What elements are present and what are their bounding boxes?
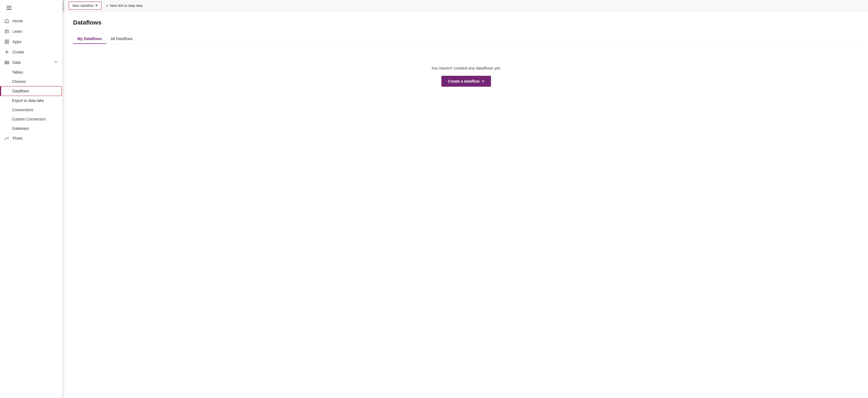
new-link-button[interactable]: + New link to data lake bbox=[102, 2, 146, 9]
sidebar-item-apps[interactable]: Apps bbox=[0, 36, 62, 47]
svg-rect-4 bbox=[5, 40, 6, 41]
create-label: Create bbox=[12, 50, 24, 54]
sidebar-sub-item-dataflows[interactable]: Dataflows bbox=[0, 86, 62, 96]
empty-state-text: You haven't created any dataflows yet. bbox=[431, 66, 501, 70]
connections-label: Connections bbox=[12, 108, 33, 112]
apps-icon bbox=[4, 39, 9, 44]
sidebar-item-data[interactable]: Data bbox=[0, 57, 62, 68]
sidebar-item-flows[interactable]: Flows bbox=[0, 133, 62, 143]
home-label: Home bbox=[12, 19, 23, 23]
svg-rect-5 bbox=[7, 40, 9, 41]
sidebar-item-learn[interactable]: Learn bbox=[0, 26, 62, 36]
tab-my-dataflows[interactable]: My Dataflows bbox=[73, 34, 106, 44]
sidebar-sub-item-export[interactable]: Export to data lake bbox=[0, 96, 62, 105]
create-dataflow-label: Create a dataflow bbox=[448, 79, 479, 84]
flows-icon bbox=[4, 136, 9, 141]
all-dataflows-label: All Dataflows bbox=[111, 36, 132, 41]
tables-label: Tables bbox=[12, 70, 23, 74]
dataflows-label: Dataflows bbox=[12, 89, 29, 93]
create-dataflow-button[interactable]: Create a dataflow bbox=[441, 76, 491, 87]
sidebar-item-create[interactable]: Create bbox=[0, 47, 62, 57]
scroll-track[interactable] bbox=[62, 0, 64, 398]
sidebar-sub-item-connections[interactable]: Connections bbox=[0, 105, 62, 114]
new-dataflow-button[interactable]: New dataflow bbox=[69, 2, 101, 9]
svg-rect-10 bbox=[5, 61, 9, 62]
main-area: New dataflow + New link to data lake Dat… bbox=[64, 0, 868, 398]
toolbar: New dataflow + New link to data lake bbox=[64, 0, 868, 11]
scroll-thumb[interactable] bbox=[62, 1, 64, 11]
svg-rect-6 bbox=[5, 42, 6, 44]
apps-label: Apps bbox=[12, 39, 21, 44]
data-icon bbox=[4, 60, 9, 65]
sidebar-item-home[interactable]: Home bbox=[0, 16, 62, 26]
new-dataflow-label: New dataflow bbox=[72, 4, 94, 8]
choices-label: Choices bbox=[12, 79, 26, 84]
my-dataflows-label: My Dataflows bbox=[78, 36, 102, 41]
new-dataflow-chevron-icon bbox=[95, 5, 98, 6]
sidebar-sub-item-tables[interactable]: Tables bbox=[0, 68, 62, 77]
create-icon bbox=[4, 49, 9, 55]
export-label: Export to data lake bbox=[12, 98, 44, 103]
sidebar-sub-item-custom-connectors[interactable]: Custom Connectors bbox=[0, 114, 62, 124]
page-title: Dataflows bbox=[73, 19, 859, 26]
menu-button[interactable] bbox=[0, 0, 62, 16]
tab-all-dataflows[interactable]: All Dataflows bbox=[106, 34, 137, 44]
svg-rect-11 bbox=[5, 62, 9, 63]
data-label: Data bbox=[12, 60, 21, 65]
svg-point-13 bbox=[5, 139, 6, 140]
tabs: My Dataflows All Dataflows bbox=[73, 34, 859, 44]
gateways-label: Gateways bbox=[12, 126, 29, 131]
create-dataflow-chevron-icon bbox=[482, 81, 485, 82]
learn-icon bbox=[4, 29, 9, 34]
learn-label: Learn bbox=[12, 29, 22, 34]
sidebar: Home Learn Apps bbox=[0, 0, 62, 398]
svg-rect-7 bbox=[7, 42, 9, 44]
flows-label: Flows bbox=[12, 136, 23, 140]
data-collapse-icon bbox=[54, 60, 58, 65]
sidebar-sub-item-gateways[interactable]: Gateways bbox=[0, 124, 62, 133]
hamburger-icon bbox=[4, 4, 13, 12]
empty-state: You haven't created any dataflows yet. C… bbox=[73, 66, 859, 87]
sidebar-sub-item-choices[interactable]: Choices bbox=[0, 77, 62, 86]
svg-rect-12 bbox=[5, 63, 9, 64]
plus-icon: + bbox=[106, 3, 108, 8]
content-area: Dataflows My Dataflows All Dataflows You… bbox=[64, 11, 868, 398]
custom-connectors-label: Custom Connectors bbox=[12, 117, 46, 121]
new-link-label: New link to data lake bbox=[110, 4, 143, 8]
home-icon bbox=[4, 19, 9, 24]
